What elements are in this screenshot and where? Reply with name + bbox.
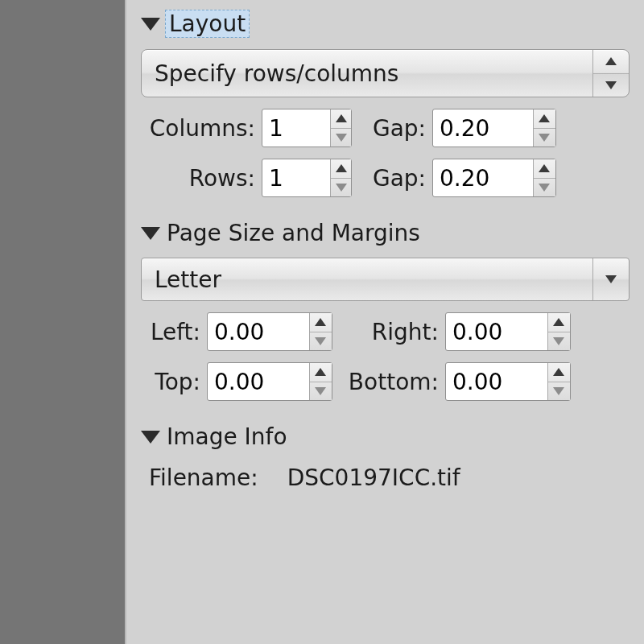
- spin-buttons[interactable]: [533, 109, 555, 147]
- left-margin-stepper[interactable]: [207, 312, 332, 351]
- page-size-combo[interactable]: Letter: [141, 258, 630, 301]
- rows-row: Rows: Gap:: [141, 159, 630, 197]
- chevron-down-icon[interactable]: [548, 382, 570, 401]
- layout-mode-value: Specify rows/columns: [142, 50, 592, 97]
- disclosure-triangle-icon: [141, 431, 160, 444]
- combo-stepper[interactable]: [592, 50, 629, 97]
- chevron-down-icon[interactable]: [310, 332, 332, 351]
- chevron-down-icon: [605, 275, 617, 283]
- spin-buttons[interactable]: [547, 363, 570, 400]
- top-margin-input[interactable]: [208, 363, 309, 400]
- right-margin-input[interactable]: [446, 313, 547, 350]
- bottom-margin-stepper[interactable]: [445, 362, 571, 401]
- layout-mode-combo[interactable]: Specify rows/columns: [141, 49, 630, 97]
- rows-input[interactable]: [262, 159, 330, 196]
- chevron-down-icon[interactable]: [534, 179, 555, 197]
- chevron-up-icon[interactable]: [548, 363, 570, 382]
- spin-buttons[interactable]: [330, 159, 351, 196]
- chevron-up-icon[interactable]: [331, 109, 351, 129]
- chevron-up-icon[interactable]: [310, 313, 332, 332]
- rows-stepper[interactable]: [262, 159, 352, 197]
- filename-label: Filename:: [149, 464, 258, 491]
- rows-gap-input[interactable]: [433, 159, 533, 196]
- dropdown-button[interactable]: [592, 258, 629, 300]
- section-title: Image Info: [165, 423, 289, 450]
- chevron-up-icon[interactable]: [548, 313, 570, 332]
- rows-gap-label: Gap:: [358, 165, 426, 192]
- chevron-down-icon[interactable]: [331, 129, 351, 147]
- section-header-layout[interactable]: Layout: [141, 10, 644, 38]
- left-margin-input[interactable]: [208, 313, 309, 350]
- chevron-down-icon[interactable]: [310, 382, 332, 401]
- chevron-down-icon[interactable]: [593, 74, 629, 97]
- columns-input[interactable]: [262, 109, 330, 147]
- margins-row-1: Left: Right:: [141, 312, 630, 351]
- chevron-up-icon[interactable]: [534, 159, 555, 179]
- spin-buttons[interactable]: [309, 363, 332, 400]
- margins-row-2: Top: Bottom:: [141, 362, 630, 401]
- right-margin-stepper[interactable]: [445, 312, 571, 351]
- page-size-value: Letter: [142, 258, 592, 300]
- filename-row: Filename: DSC0197ICC.tif: [149, 464, 644, 491]
- bottom-label: Bottom:: [339, 369, 439, 395]
- columns-gap-input[interactable]: [433, 109, 533, 147]
- chevron-up-icon[interactable]: [310, 363, 332, 382]
- chevron-up-icon[interactable]: [331, 159, 351, 179]
- chevron-up-icon[interactable]: [534, 109, 555, 129]
- top-margin-stepper[interactable]: [207, 362, 332, 401]
- section-title: Layout: [165, 10, 250, 38]
- columns-gap-label: Gap:: [358, 115, 426, 142]
- filename-value: DSC0197ICC.tif: [287, 464, 460, 491]
- chevron-down-icon[interactable]: [548, 332, 570, 351]
- section-title: Page Size and Margins: [165, 220, 422, 246]
- spin-buttons[interactable]: [330, 109, 351, 147]
- columns-stepper[interactable]: [262, 109, 352, 147]
- disclosure-triangle-icon: [141, 18, 160, 31]
- disclosure-triangle-icon: [141, 227, 160, 240]
- section-header-page[interactable]: Page Size and Margins: [141, 220, 644, 246]
- top-label: Top:: [141, 369, 200, 395]
- columns-gap-stepper[interactable]: [432, 109, 556, 147]
- left-label: Left:: [141, 319, 200, 345]
- spin-buttons[interactable]: [547, 313, 570, 350]
- spin-buttons[interactable]: [533, 159, 555, 196]
- chevron-down-icon[interactable]: [534, 129, 555, 147]
- columns-row: Columns: Gap:: [141, 109, 630, 147]
- settings-panel: Layout Specify rows/columns Columns: Gap…: [125, 0, 644, 644]
- rows-gap-stepper[interactable]: [432, 159, 556, 197]
- rows-label: Rows:: [141, 165, 255, 192]
- chevron-down-icon[interactable]: [331, 179, 351, 197]
- spin-buttons[interactable]: [309, 313, 332, 350]
- section-header-image[interactable]: Image Info: [141, 423, 644, 450]
- bottom-margin-input[interactable]: [446, 363, 547, 400]
- columns-label: Columns:: [141, 115, 255, 142]
- chevron-up-icon[interactable]: [593, 50, 629, 74]
- right-label: Right:: [339, 319, 439, 345]
